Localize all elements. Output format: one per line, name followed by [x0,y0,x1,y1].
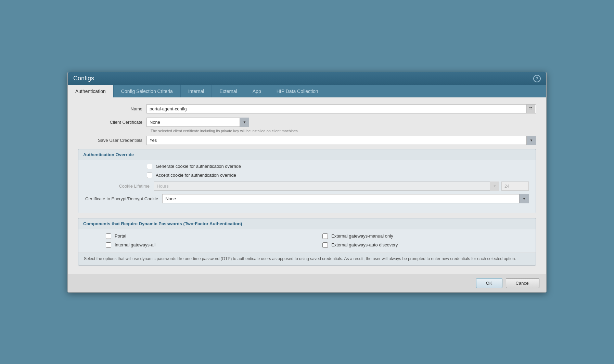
name-input-wrap: ☷ [146,104,536,113]
auth-override-title: Authentication Override [78,149,536,160]
external-manual-label: External gateways-manual only [331,233,393,239]
help-icon[interactable]: ? [533,75,541,82]
save-credentials-select[interactable]: Yes [146,136,536,145]
auth-override-panel: Authentication Override Generate cookie … [78,149,536,213]
accept-cookie-row: Accept cookie for authentication overrid… [147,173,529,178]
client-cert-row: Client Certificate None ▼ [78,118,536,127]
generate-cookie-checkbox[interactable] [147,164,152,169]
client-cert-select-container: None ▼ [146,118,249,127]
form-area: Name ☷ Client Certificate None ▼ [68,97,546,274]
external-auto-row: External gateways-auto discovery [322,242,529,248]
cookie-lifetime-row: Cookie Lifetime Hours ▼ [85,181,529,191]
save-credentials-select-container: Yes ▼ [146,136,536,145]
two-factor-title: Components that Require Dynamic Password… [78,218,536,229]
cert-encrypt-select-wrap: None ▼ [162,194,529,203]
cookie-number-wrap [501,181,529,191]
cert-encrypt-select[interactable]: None [162,194,529,203]
cookie-hours-select[interactable]: Hours [154,181,499,191]
external-auto-checkbox[interactable] [322,242,328,248]
two-factor-panel: Components that Require Dynamic Password… [78,218,536,266]
dialog-title: Configs [73,75,94,82]
portal-row: Portal [106,233,312,239]
internal-gateways-row: Internal gateways-all [106,242,312,248]
portal-checkbox[interactable] [106,233,111,239]
accept-cookie-checkbox[interactable] [147,173,152,178]
accept-cookie-label: Accept cookie for authentication overrid… [156,173,236,178]
tab-bar: Authentication Config Selection Criteria… [68,85,546,97]
cookie-selects-wrap: Hours ▼ [154,181,529,191]
save-credentials-row: Save User Credentials Yes ▼ [78,136,536,145]
cancel-button[interactable]: Cancel [506,278,539,288]
external-manual-row: External gateways-manual only [322,233,529,239]
name-label: Name [78,106,146,111]
name-row: Name ☷ [78,104,536,113]
save-credentials-select-wrap: Yes ▼ [146,136,536,145]
tab-config-selection[interactable]: Config Selection Criteria [114,85,181,97]
cookie-number-input[interactable] [501,181,529,191]
client-cert-label: Client Certificate [78,120,146,125]
name-input-container: ☷ [146,104,536,113]
cert-encrypt-row: Certificate to Encrypt/Decrypt Cookie No… [85,194,529,203]
external-manual-checkbox[interactable] [322,233,328,239]
dialog-footer: OK Cancel [68,274,546,292]
portal-label: Portal [115,233,126,239]
cookie-hours-select-container: Hours ▼ [154,181,499,191]
tab-internal[interactable]: Internal [181,85,212,97]
configs-dialog: Configs ? Authentication Config Selectio… [67,72,547,293]
ok-button[interactable]: OK [476,278,502,288]
generate-cookie-label: Generate cookie for authentication overr… [156,164,241,169]
internal-gateways-label: Internal gateways-all [115,242,155,247]
two-factor-footer-note: Select the options that will use dynamic… [78,253,536,265]
two-factor-body: Portal External gateways-manual only Int… [78,229,536,253]
auth-override-body: Generate cookie for authentication overr… [78,160,536,213]
save-credentials-label: Save User Credentials [78,138,146,143]
client-cert-select[interactable]: None [146,118,249,127]
name-browse-icon[interactable]: ☷ [526,104,535,113]
cookie-lifetime-label: Cookie Lifetime [85,184,154,189]
generate-cookie-row: Generate cookie for authentication overr… [147,164,529,169]
cert-encrypt-select-container: None ▼ [162,194,529,203]
cookie-hours-wrap: Hours ▼ [154,181,499,191]
external-auto-label: External gateways-auto discovery [331,242,398,247]
two-factor-grid: Portal External gateways-manual only Int… [106,233,529,248]
client-cert-select-wrap: None ▼ [146,118,249,127]
name-input[interactable] [146,104,536,113]
dialog-body: Name ☷ Client Certificate None ▼ [68,97,546,274]
dialog-header: Configs ? [68,72,546,85]
tab-hip-data[interactable]: HIP Data Collection [269,85,326,97]
cert-encrypt-label: Certificate to Encrypt/Decrypt Cookie [85,196,162,201]
tab-authentication[interactable]: Authentication [68,85,114,97]
client-cert-hint: The selected client certificate includin… [151,129,536,133]
internal-gateways-checkbox[interactable] [106,242,111,248]
tab-app[interactable]: App [245,85,269,97]
tab-external[interactable]: External [212,85,245,97]
